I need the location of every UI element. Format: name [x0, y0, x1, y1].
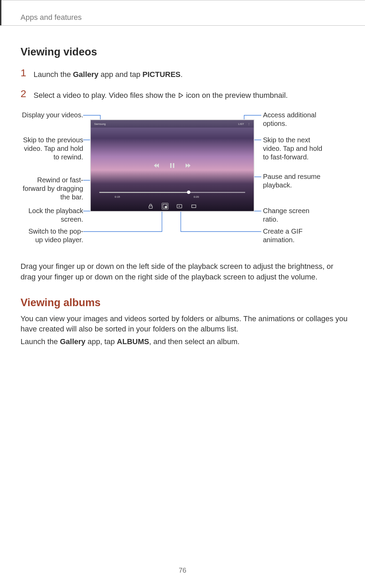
screen-ratio-button[interactable] — [190, 203, 197, 210]
skip-next-button[interactable] — [184, 161, 192, 170]
callout-more-options: Access additional options. — [263, 111, 326, 128]
step-text: Select a video to play. Video files show… — [34, 89, 288, 101]
bold-albums: ALBUMS — [117, 337, 149, 346]
callout-pause-resume: Pause and resume playback. — [263, 172, 326, 190]
albums-paragraph-1: You can view your images and videos sort… — [21, 314, 348, 335]
callout-skip-previous: Skip to the previous video. Tap and hold… — [22, 136, 83, 161]
popup-player-button[interactable] — [162, 203, 168, 210]
callout-screen-ratio: Change screen ratio. — [263, 207, 326, 224]
text: Launch the — [21, 337, 60, 346]
callout-create-gif: Create a GIF animation. — [263, 227, 326, 244]
svg-rect-0 — [170, 163, 172, 168]
step-2: 2 Select a video to play. Video files sh… — [21, 89, 348, 101]
text: , and then select an album. — [149, 337, 239, 346]
video-player-diagram: Display your videos. Skip to the previou… — [22, 109, 347, 254]
playback-controls — [91, 161, 254, 170]
svg-rect-6 — [192, 205, 196, 208]
more-options-button[interactable]: ⋮ — [248, 122, 250, 126]
section-heading-viewing-albums: Viewing albums — [21, 297, 348, 309]
callout-seek-bar: Rewind or fast-forward by dragging the b… — [22, 176, 83, 201]
callout-lock-screen: Lock the playback screen. — [22, 207, 83, 224]
video-top-bar: Samsung LIST ⋮ — [91, 120, 254, 128]
section-heading-viewing-videos: Viewing videos — [21, 46, 348, 58]
text: icon on the preview thumbnail. — [186, 91, 288, 100]
callout-skip-next: Skip to the next video. Tap and hold to … — [263, 136, 326, 161]
svg-rect-1 — [173, 163, 174, 168]
text: app, tap — [86, 337, 117, 346]
pause-button[interactable] — [168, 161, 177, 170]
bold-pictures: PICTURES — [142, 70, 180, 79]
document-page: Apps and features Viewing videos 1 Launc… — [0, 0, 365, 588]
list-button[interactable]: LIST — [238, 122, 244, 126]
albums-paragraph-2: Launch the Gallery app, tap ALBUMS, and … — [21, 337, 348, 347]
video-brand-label: Samsung — [94, 122, 106, 126]
text: Launch the — [34, 70, 73, 79]
bold-gallery: Gallery — [60, 337, 86, 346]
step-text: Launch the Gallery app and tap PICTURES. — [34, 68, 182, 80]
brightness-volume-paragraph: Drag your finger up or down on the left … — [21, 261, 348, 282]
lock-button[interactable] — [147, 203, 154, 210]
total-time: 0:20 — [193, 195, 199, 198]
bottom-toolbar — [91, 203, 254, 210]
text: app and tap — [99, 70, 142, 79]
callout-popup-player: Switch to the pop-up video player. — [22, 227, 83, 244]
page-number: 76 — [0, 566, 365, 574]
svg-rect-2 — [149, 206, 152, 208]
breadcrumb: Apps and features — [21, 13, 348, 22]
elapsed-time: 0:15 — [115, 195, 120, 198]
skip-previous-button[interactable] — [152, 161, 161, 170]
gif-button[interactable] — [176, 203, 183, 210]
play-icon — [178, 92, 184, 99]
text: Select a video to play. Video files show… — [34, 91, 178, 100]
seek-bar[interactable] — [99, 192, 245, 193]
step-1: 1 Launch the Gallery app and tap PICTURE… — [21, 68, 348, 80]
callout-display-videos: Display your videos. — [22, 111, 83, 119]
step-number: 1 — [21, 68, 28, 80]
bold-gallery: Gallery — [73, 70, 99, 79]
steps-list: 1 Launch the Gallery app and tap PICTURE… — [21, 68, 348, 100]
video-player-screenshot: Samsung LIST ⋮ — [90, 119, 254, 212]
text: . — [180, 70, 182, 79]
step-number: 2 — [21, 89, 28, 101]
svg-rect-4 — [165, 206, 167, 208]
